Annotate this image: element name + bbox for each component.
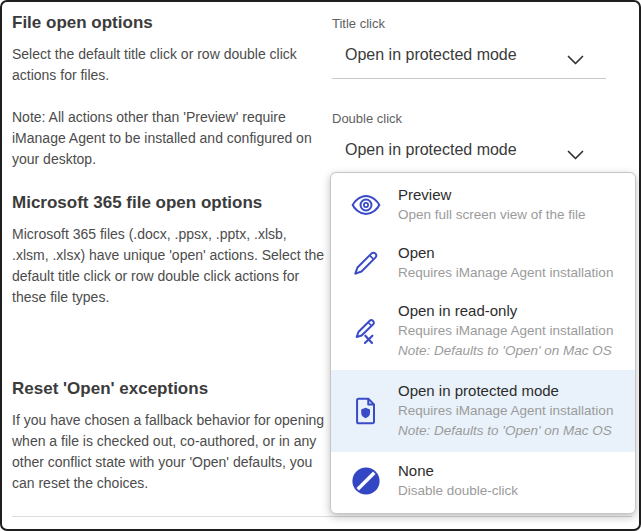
section-title: Reset 'Open' exceptions bbox=[12, 378, 326, 400]
title-click-select[interactable]: Open in protected mode bbox=[332, 38, 606, 79]
section-paragraph: If you have chosen a fallback behavior f… bbox=[12, 410, 326, 494]
menu-item-subtitle: Disable double-click bbox=[398, 481, 625, 501]
title-click-label: Title click bbox=[332, 16, 385, 31]
double-click-selected-value: Open in protected mode bbox=[345, 141, 517, 159]
menu-item-none[interactable]: None Disable double-click bbox=[331, 452, 635, 510]
section-paragraph: Microsoft 365 files (.docx, .ppsx, .pptx… bbox=[12, 224, 326, 308]
section-title: File open options bbox=[12, 12, 326, 34]
menu-item-title: Open in protected mode bbox=[398, 381, 625, 401]
pencil-icon bbox=[349, 246, 383, 280]
menu-item-subtitle: Open full screen view of the file bbox=[398, 205, 625, 225]
menu-item-subtitle: Requires iManage Agent installation bbox=[398, 263, 625, 283]
double-click-dropdown-menu: Preview Open full screen view of the fil… bbox=[330, 172, 636, 514]
chevron-down-icon bbox=[567, 147, 584, 165]
menu-item-note: Note: Defaults to 'Open' on Mac OS bbox=[398, 341, 625, 361]
title-click-selected-value: Open in protected mode bbox=[345, 46, 517, 64]
menu-item-subtitle: Requires iManage Agent installation bbox=[398, 321, 625, 341]
menu-item-subtitle: Requires iManage Agent installation bbox=[398, 401, 625, 421]
document-shield-icon bbox=[349, 394, 383, 428]
section-paragraph: Note: All actions other than 'Preview' r… bbox=[12, 107, 326, 170]
menu-item-title: Open bbox=[398, 243, 625, 263]
menu-item-title: None bbox=[398, 461, 625, 481]
section-paragraph: Select the default title click or row do… bbox=[12, 44, 326, 86]
menu-item-open-in-read-only[interactable]: Open in read-only Requires iManage Agent… bbox=[331, 292, 635, 370]
menu-item-open-in-protected-mode[interactable]: Open in protected mode Requires iManage … bbox=[331, 370, 635, 452]
eye-icon bbox=[349, 188, 383, 222]
section-microsoft-365-file-open-options: Microsoft 365 file open options Microsof… bbox=[12, 192, 326, 329]
double-click-select[interactable]: Open in protected mode bbox=[332, 133, 606, 174]
menu-item-note: Note: Defaults to 'Open' on Mac OS bbox=[398, 421, 625, 441]
pencil-off-icon bbox=[349, 314, 383, 348]
section-title: Microsoft 365 file open options bbox=[12, 192, 326, 214]
section-divider bbox=[12, 516, 632, 517]
settings-panel: File open options Select the default tit… bbox=[0, 0, 641, 531]
menu-item-open[interactable]: Open Requires iManage Agent installation bbox=[331, 234, 635, 292]
double-click-label: Double click bbox=[332, 111, 402, 126]
menu-item-title: Open in read-only bbox=[398, 301, 625, 321]
menu-item-title: Preview bbox=[398, 185, 625, 205]
chevron-down-icon bbox=[567, 52, 584, 70]
section-reset-open-exceptions: Reset 'Open' exceptions If you have chos… bbox=[12, 378, 326, 515]
menu-item-preview[interactable]: Preview Open full screen view of the fil… bbox=[331, 176, 635, 234]
block-icon bbox=[349, 464, 383, 498]
section-file-open-options: File open options Select the default tit… bbox=[12, 12, 326, 191]
